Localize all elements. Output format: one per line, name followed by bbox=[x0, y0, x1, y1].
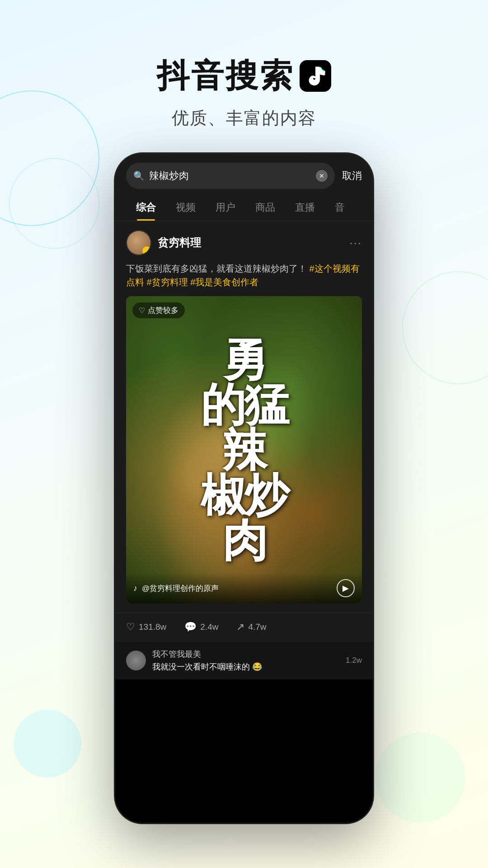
likes-badge-label: 点赞较多 bbox=[148, 305, 178, 316]
search-input-wrapper[interactable]: 🔍 辣椒炒肉 ✕ bbox=[126, 163, 335, 189]
comment-engage-icon: 💬 bbox=[184, 621, 197, 633]
tiktok-logo bbox=[300, 60, 331, 92]
app-subtitle: 优质、丰富的内容 bbox=[0, 107, 488, 130]
header-section: 抖音搜索 优质、丰富的内容 bbox=[0, 0, 488, 130]
username[interactable]: 贫穷料理 bbox=[158, 236, 201, 250]
music-note-icon: ♪ bbox=[133, 584, 137, 593]
post-user-row: ✓ 贫穷料理 ··· bbox=[126, 230, 362, 255]
tab-直播[interactable]: 直播 bbox=[285, 194, 325, 221]
title-row: 抖音搜索 bbox=[0, 54, 488, 98]
tab-综合[interactable]: 综合 bbox=[126, 194, 166, 221]
play-icon: ▶ bbox=[343, 583, 349, 593]
tab-商品[interactable]: 商品 bbox=[245, 194, 285, 221]
phone-frame: 🔍 辣椒炒肉 ✕ 取消 综合 视频 用户 bbox=[115, 154, 373, 823]
comment-username: 我不管我最美 bbox=[152, 649, 339, 660]
post-body-text: 下饭菜到底有多凶猛，就看这道辣椒炒肉了！ bbox=[126, 264, 307, 274]
video-thumbnail: 勇的猛辣椒炒肉 ♡ 点赞较多 ♪ @贫穷料理创作的原声 bbox=[126, 296, 362, 604]
hashtag-3[interactable]: #我是美食创作者 bbox=[190, 277, 258, 287]
clear-icon: ✕ bbox=[319, 172, 324, 179]
shares-count[interactable]: ↗ 4.7w bbox=[236, 621, 266, 633]
search-query-text: 辣椒炒肉 bbox=[149, 169, 311, 183]
post-text: 下饭菜到底有多凶猛，就看这道辣椒炒肉了！ #这个视频有点料 #贫穷料理 #我是美… bbox=[126, 262, 362, 289]
app-title: 抖音搜索 bbox=[157, 54, 294, 98]
search-clear-button[interactable]: ✕ bbox=[316, 170, 328, 182]
video-container[interactable]: 勇的猛辣椒炒肉 ♡ 点赞较多 ♪ @贫穷料理创作的原声 bbox=[126, 296, 362, 604]
tabs-bar: 综合 视频 用户 商品 直播 音 bbox=[115, 194, 373, 221]
bg-decoration-5 bbox=[375, 732, 465, 823]
tab-视频[interactable]: 视频 bbox=[166, 194, 206, 221]
tab-用户[interactable]: 用户 bbox=[206, 194, 245, 221]
likes-count[interactable]: ♡ 131.8w bbox=[126, 621, 166, 633]
shares-number: 4.7w bbox=[248, 622, 266, 632]
avatar[interactable]: ✓ bbox=[126, 230, 151, 255]
video-footer: ♪ @贫穷料理创作的原声 ▶ bbox=[126, 573, 362, 604]
content-area: ✓ 贫穷料理 ··· 下饭菜到底有多凶猛，就看这道辣椒炒肉了！ #这个视频有点料… bbox=[115, 221, 373, 613]
video-text-overlay: 勇的猛辣椒炒肉 bbox=[126, 296, 362, 604]
phone-mockup: 🔍 辣椒炒肉 ✕ 取消 综合 视频 用户 bbox=[115, 154, 373, 823]
more-options-icon[interactable]: ··· bbox=[349, 236, 362, 250]
verified-badge: ✓ bbox=[142, 246, 151, 255]
video-overlay-text: 勇的猛辣椒炒肉 bbox=[201, 337, 287, 563]
share-engage-icon: ↗ bbox=[236, 621, 244, 633]
user-info: ✓ 贫穷料理 bbox=[126, 230, 201, 255]
comment-text-column: 我不管我最美 我就没一次看时不咽唾沫的 😂 bbox=[152, 649, 339, 672]
comments-count[interactable]: 💬 2.4w bbox=[184, 621, 218, 633]
likes-badge: ♡ 点赞较多 bbox=[132, 302, 185, 318]
search-bar: 🔍 辣椒炒肉 ✕ 取消 bbox=[115, 154, 373, 194]
search-icon: 🔍 bbox=[133, 170, 145, 181]
bg-decoration-2 bbox=[9, 158, 99, 249]
bg-decoration-4 bbox=[14, 710, 81, 778]
comment-preview-row: 我不管我最美 我就没一次看时不咽唾沫的 😂 1.2w bbox=[115, 641, 373, 679]
comment-avatar bbox=[126, 651, 146, 670]
search-cancel-button[interactable]: 取消 bbox=[342, 169, 362, 183]
engagement-row: ♡ 131.8w 💬 2.4w ↗ 4.7w bbox=[115, 613, 373, 641]
bg-decoration-3 bbox=[402, 271, 488, 384]
heart-icon: ♡ bbox=[139, 306, 145, 315]
heart-engage-icon: ♡ bbox=[126, 621, 135, 633]
hashtag-2[interactable]: #贫穷料理 bbox=[147, 277, 188, 287]
tab-音[interactable]: 音 bbox=[325, 194, 355, 221]
comment-count: 1.2w bbox=[346, 656, 362, 665]
likes-number: 131.8w bbox=[139, 622, 166, 632]
music-info: ♪ @贫穷料理创作的原声 bbox=[133, 583, 219, 594]
play-button[interactable]: ▶ bbox=[337, 579, 355, 597]
phone-screen: 🔍 辣椒炒肉 ✕ 取消 综合 视频 用户 bbox=[115, 154, 373, 823]
music-text: @贫穷料理创作的原声 bbox=[142, 583, 219, 594]
comments-number: 2.4w bbox=[200, 622, 218, 632]
comment-body: 我就没一次看时不咽唾沫的 😂 bbox=[152, 661, 339, 672]
